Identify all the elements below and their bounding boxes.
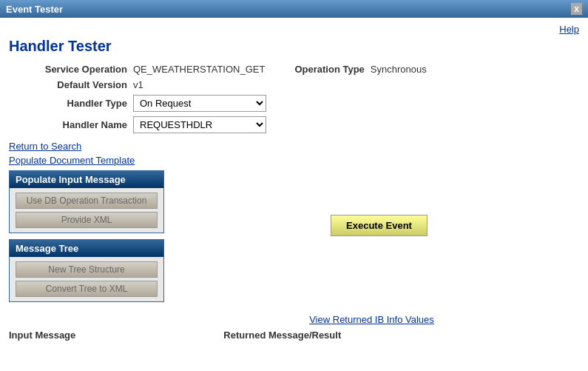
operation-type-value: Synchronous: [371, 64, 427, 75]
page-title: Handler Tester: [9, 38, 579, 55]
new-tree-structure-btn[interactable]: New Tree Structure: [16, 261, 158, 278]
two-col-layout: Populate Input Message Use DB Operation …: [9, 170, 579, 308]
provide-xml-btn[interactable]: Provide XML: [16, 212, 158, 228]
title-bar: Event Tester x: [0, 0, 588, 18]
service-operation-value: QE_WEATHERSTATION_GET: [133, 64, 265, 75]
return-to-search-link[interactable]: Return to Search: [9, 141, 579, 152]
handler-type-label: Handler Type: [24, 98, 127, 109]
convert-tree-to-xml-btn[interactable]: Convert Tree to XML: [16, 281, 158, 297]
handler-name-row: Handler Name REQUESTHDLR: [24, 116, 579, 133]
title-bar-text: Event Tester: [6, 4, 63, 15]
message-tree-body: New Tree Structure Convert Tree to XML: [10, 257, 163, 301]
main-content: Help Handler Tester Service Operation QE…: [0, 18, 588, 371]
form-area: Service Operation QE_WEATHERSTATION_GET …: [24, 64, 579, 133]
service-operation-label: Service Operation: [24, 64, 127, 75]
bottom-labels: Input Message Returned Message/Result: [9, 330, 579, 341]
populate-input-body: Use DB Operation Transaction Provide XML: [10, 188, 163, 233]
message-tree-header: Message Tree: [10, 240, 163, 257]
input-message-label: Input Message: [9, 330, 75, 341]
operation-type-label: Operation Type: [294, 64, 364, 75]
execute-event-button[interactable]: Execute Event: [331, 215, 428, 236]
close-button[interactable]: x: [571, 3, 582, 15]
populate-input-panel: Populate Input Message Use DB Operation …: [9, 170, 164, 233]
message-tree-panel: Message Tree New Tree Structure Convert …: [9, 239, 164, 302]
handler-type-select[interactable]: On Request Asynchronous Subscription: [133, 95, 266, 112]
service-operation-row: Service Operation QE_WEATHERSTATION_GET …: [24, 64, 579, 75]
returned-message-label: Returned Message/Result: [223, 330, 341, 341]
populate-doc-template-link[interactable]: Populate Document Template: [9, 155, 579, 166]
handler-name-label: Handler Name: [24, 119, 127, 130]
view-returned-link[interactable]: View Returned IB Info Values: [309, 314, 434, 325]
left-col: Populate Input Message Use DB Operation …: [9, 170, 164, 308]
help-link[interactable]: Help: [559, 24, 579, 35]
right-col: Execute Event: [179, 170, 579, 236]
default-version-value: v1: [133, 79, 143, 90]
use-db-operation-btn[interactable]: Use DB Operation Transaction: [16, 193, 158, 209]
handler-type-row: Handler Type On Request Asynchronous Sub…: [24, 95, 579, 112]
help-link-container: Help: [9, 24, 579, 35]
handler-name-select[interactable]: REQUESTHDLR: [133, 116, 266, 133]
bottom-section: View Returned IB Info Values Input Messa…: [9, 314, 579, 341]
default-version-label: Default Version: [24, 79, 127, 90]
populate-input-header: Populate Input Message: [10, 171, 163, 188]
default-version-row: Default Version v1: [24, 79, 579, 90]
